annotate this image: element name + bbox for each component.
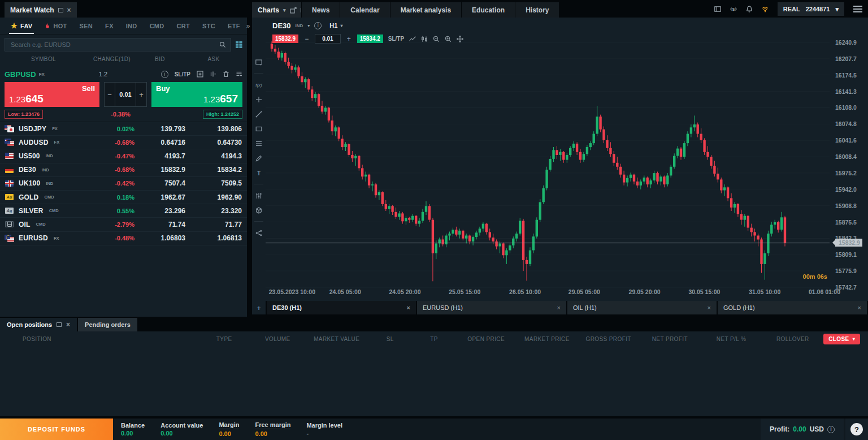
rect-tool-icon[interactable] <box>254 125 263 132</box>
volume-decrease-button[interactable]: − <box>105 83 115 106</box>
market-watch-window-tab[interactable]: Market Watch × <box>5 2 77 18</box>
line-chart-icon[interactable] <box>409 36 416 42</box>
volume-value[interactable]: 0.01 <box>315 34 340 44</box>
ask-price-tag[interactable]: 15834.2 <box>357 34 383 43</box>
chart-tab-eurusd[interactable]: EURUSD (H1)× <box>417 301 566 314</box>
header-tab-market-analysis[interactable]: Market analysis <box>390 2 461 18</box>
symbol-row-oil[interactable]: OILCMD-2.79%71.7471.77 <box>0 218 247 231</box>
help-button[interactable]: ? <box>850 423 863 435</box>
market-watch-tab-cmd[interactable]: CMD <box>144 18 171 34</box>
search-icon[interactable] <box>219 41 226 48</box>
close-icon[interactable]: × <box>858 304 861 311</box>
order-settings-icon[interactable] <box>236 71 242 77</box>
symbol-row-eurusd[interactable]: EURUSDFX-0.48%1.068031.06813 <box>0 232 247 245</box>
maximize-icon[interactable] <box>58 8 63 12</box>
symbol-row-gold[interactable]: AuGOLDCMD0.18%1962.671962.90 <box>0 191 247 204</box>
add-order-icon[interactable] <box>197 71 203 77</box>
symbol-cell: USDJPYFX <box>5 125 89 133</box>
volume-stepper[interactable]: − 0.01 + <box>104 82 147 107</box>
positions-tab-pending-orders[interactable]: Pending orders <box>78 318 137 331</box>
symbol-row-de30[interactable]: DE30IND-0.68%15832.915834.2 <box>0 163 247 177</box>
market-watch-tab-ind[interactable]: IND <box>120 18 144 34</box>
symbol-row-usdjpy[interactable]: USDJPYFX0.02%139.793139.806 <box>0 122 247 136</box>
header-tab-news[interactable]: News <box>301 2 340 18</box>
candlestick-icon[interactable] <box>421 36 428 42</box>
volume-increase-button[interactable]: + <box>136 83 146 106</box>
trash-icon[interactable] <box>223 71 229 77</box>
crosshair-move-icon[interactable] <box>457 36 463 42</box>
menu-hamburger-icon[interactable] <box>853 6 862 12</box>
chevron-down-icon[interactable]: ▾ <box>307 23 310 28</box>
fx-tool-icon[interactable]: f(x) <box>254 81 263 88</box>
chart-bars-icon[interactable] <box>210 71 216 77</box>
chart-tab-de30[interactable]: DE30 (H1)× <box>267 301 416 314</box>
chart-tab-gold[interactable]: GOLD (H1)× <box>718 301 867 314</box>
close-icon[interactable]: × <box>708 304 711 311</box>
symbol-row-uk100[interactable]: UK100IND-0.42%7507.47509.5 <box>0 177 247 191</box>
sliders-tool-icon[interactable] <box>254 192 263 199</box>
sltp-button[interactable]: SL/TP <box>388 36 404 42</box>
text-tool-icon[interactable]: T <box>254 169 263 176</box>
deposit-transfer-icon[interactable]: $ <box>730 6 737 12</box>
close-icon[interactable]: × <box>557 304 561 311</box>
market-watch-tab-stc[interactable]: STC <box>196 18 222 34</box>
market-watch-tab-crt[interactable]: CRT <box>171 18 197 34</box>
price-axis[interactable]: 15832.9 16240.916207.716174.516141.31610… <box>830 34 868 297</box>
notifications-bell-icon[interactable] <box>746 6 753 12</box>
search-box[interactable] <box>5 38 231 51</box>
buy-button[interactable]: Buy 1.23657 <box>151 82 242 107</box>
volume-decrease-button[interactable]: − <box>303 35 310 43</box>
undock-icon[interactable] <box>290 7 297 14</box>
close-icon[interactable]: × <box>67 7 71 14</box>
toolbar-divider <box>254 73 263 74</box>
sell-button[interactable]: Sell 1.23645 <box>5 82 99 107</box>
symbol-row-silver[interactable]: AgSILVERCMD0.55%23.29623.320 <box>0 204 247 218</box>
zoom-out-icon[interactable] <box>433 36 440 42</box>
cube-tool-icon[interactable] <box>254 206 263 214</box>
close-icon[interactable]: × <box>407 304 410 311</box>
positions-tab-open-positions[interactable]: Open positions× <box>0 318 77 331</box>
gold-flag-icon: Au <box>5 193 14 201</box>
info-icon[interactable]: i <box>827 426 835 433</box>
volume-value[interactable]: 0.01 <box>115 83 136 106</box>
time-axis[interactable]: 23.05.2023 10:0024.05 05:0024.05 20:0025… <box>266 288 836 297</box>
workspace-icon[interactable] <box>714 6 721 12</box>
line-tool-icon[interactable] <box>254 110 263 118</box>
header-tab-calendar[interactable]: Calendar <box>340 2 389 18</box>
symbol-row-audusd[interactable]: AUDUSDFX-0.68%0.647160.64730 <box>0 136 247 149</box>
pencil-tool-icon[interactable] <box>254 154 263 162</box>
timeframe-selector[interactable]: H1 ▾ <box>326 21 346 30</box>
zoom-in-icon[interactable] <box>445 36 452 42</box>
display-tool-icon[interactable] <box>254 58 263 66</box>
search-input[interactable] <box>10 41 219 49</box>
chart-canvas[interactable]: 00m 06s <box>266 34 830 297</box>
more-tabs-icon[interactable]: » <box>246 22 250 30</box>
add-chart-tab-button[interactable]: + <box>252 301 266 314</box>
info-icon[interactable]: i <box>161 71 168 78</box>
close-icon[interactable]: × <box>66 321 70 328</box>
sltp-button[interactable]: SL/TP <box>175 71 190 77</box>
volume-increase-button[interactable]: + <box>346 35 352 43</box>
market-watch-tab-fav[interactable]: ★FAV <box>5 18 38 34</box>
market-watch-tab-etf[interactable]: ETF <box>222 18 246 34</box>
deposit-funds-button[interactable]: DEPOSIT FUNDS <box>0 419 113 440</box>
account-selector[interactable]: REAL 2244871 ▾ <box>778 2 844 16</box>
chevron-down-icon[interactable]: ▾ <box>283 7 286 13</box>
market-watch-tab-sen[interactable]: SEN <box>73 18 99 34</box>
header-tab-education[interactable]: Education <box>461 2 515 18</box>
header-tab-history[interactable]: History <box>515 2 559 18</box>
instrument-selector[interactable]: DE30 IND ▾ i H1 ▾ <box>272 21 346 30</box>
fib-tool-icon[interactable] <box>254 140 263 147</box>
market-watch-tab-fx[interactable]: FX <box>99 18 120 34</box>
grid-view-icon[interactable] <box>236 41 242 48</box>
chart-tab-oil[interactable]: OIL (H1)× <box>567 301 717 314</box>
close-all-button[interactable]: CLOSE▾ <box>823 334 860 344</box>
share-tool-icon[interactable] <box>254 229 263 236</box>
maximize-icon[interactable] <box>57 322 62 327</box>
cross-tool-icon[interactable] <box>254 96 263 103</box>
price-axis-label: 15742.7 <box>835 284 857 291</box>
market-watch-tab-hot[interactable]: HOT <box>38 18 73 34</box>
symbol-row-us500[interactable]: US500IND-0.47%4193.74194.3 <box>0 149 247 163</box>
info-icon[interactable]: i <box>314 22 322 29</box>
bid-price-tag[interactable]: 15832.9 <box>272 34 298 43</box>
